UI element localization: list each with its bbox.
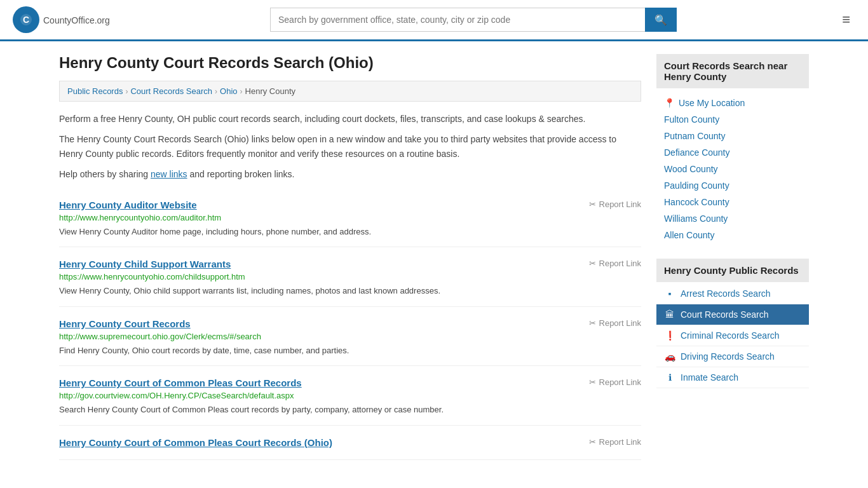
result-desc: View Henry County, Ohio child support wa…	[59, 285, 641, 297]
result-header: Henry County Court of Common Pleas Court…	[59, 437, 641, 448]
report-link[interactable]: ✂ Report Link	[589, 377, 641, 387]
sidebar-nearby-paulding[interactable]: Paulding County	[664, 177, 801, 194]
sidebar-nearby-fulton[interactable]: Fulton County	[664, 111, 801, 128]
report-link[interactable]: ✂ Report Link	[589, 318, 641, 328]
result-title: Henry County Auditor Website	[59, 200, 197, 210]
sidebar-link-driving-records[interactable]: 🚗 Driving Records Search	[656, 346, 809, 367]
result-header: Henry County Court of Common Pleas Court…	[59, 377, 641, 388]
result-header: Henry County Child Support Warrants ✂ Re…	[59, 259, 641, 269]
result-link[interactable]: Henry County Child Support Warrants	[59, 259, 231, 269]
result-title: Henry County Court of Common Pleas Court…	[59, 377, 302, 388]
result-title: Henry County Court Records	[59, 318, 191, 329]
result-item: Henry County Child Support Warrants ✂ Re…	[59, 247, 641, 307]
inmate-icon: ℹ	[664, 372, 675, 383]
result-title: Henry County Court of Common Pleas Court…	[59, 437, 332, 448]
breadcrumb: Public Records › Court Records Search › …	[59, 81, 641, 102]
breadcrumb-item-public-records[interactable]: Public Records	[67, 86, 123, 96]
pin-icon: 📍	[664, 98, 675, 108]
svg-text:C: C	[23, 15, 29, 25]
result-url: http://www.supremecourt.ohio.gov/Clerk/e…	[59, 332, 641, 341]
sidebar: Court Records Search near Henry County 📍…	[656, 54, 809, 460]
result-desc: Find Henry County, Ohio court records by…	[59, 344, 641, 357]
result-title: Henry County Child Support Warrants	[59, 259, 231, 269]
search-input[interactable]	[270, 8, 645, 32]
site-header: C CountyOffice.org 🔍 ≡	[0, 0, 868, 41]
report-link[interactable]: ✂ Report Link	[589, 437, 641, 447]
results-list: Henry County Auditor Website ✂ Report Li…	[59, 188, 641, 460]
report-icon: ✂	[589, 377, 596, 387]
result-item: Henry County Court of Common Pleas Court…	[59, 366, 641, 426]
result-desc: Search Henry County Court of Common Plea…	[59, 403, 641, 416]
use-my-location[interactable]: 📍 Use My Location	[664, 95, 801, 111]
search-icon: 🔍	[654, 14, 667, 26]
sidebar-nearby-defiance[interactable]: Defiance County	[664, 144, 801, 161]
search-area: 🔍	[270, 8, 677, 32]
result-url: https://www.henrycountyohio.com/childsup…	[59, 272, 641, 281]
result-item: Henry County Court of Common Pleas Court…	[59, 426, 641, 460]
description-2: The Henry County Court Records Search (O…	[59, 132, 641, 161]
breadcrumb-sep-2: ›	[215, 87, 217, 96]
menu-button[interactable]: ≡	[837, 9, 855, 30]
sidebar-nearby-williams[interactable]: Williams County	[664, 210, 801, 227]
report-icon: ✂	[589, 200, 596, 209]
arrest-icon: ▪	[664, 288, 675, 299]
result-link[interactable]: Henry County Court of Common Pleas Court…	[59, 377, 302, 388]
breadcrumb-item-court-records-search[interactable]: Court Records Search	[130, 86, 212, 96]
logo-icon: C	[13, 6, 39, 33]
main-content: Henry County Court Records Search (Ohio)…	[59, 54, 641, 460]
sidebar-nearby-hancock[interactable]: Hancock County	[664, 194, 801, 210]
report-link[interactable]: ✂ Report Link	[589, 200, 641, 209]
public-records-links: ▪ Arrest Records Search 🏛 Court Records …	[656, 283, 809, 388]
result-link[interactable]: Henry County Court of Common Pleas Court…	[59, 437, 332, 448]
breadcrumb-sep-3: ›	[240, 87, 243, 96]
search-button[interactable]: 🔍	[645, 8, 677, 32]
sidebar-nearby-allen[interactable]: Allen County	[664, 227, 801, 243]
description-3: Help others by sharing new links and rep…	[59, 167, 641, 181]
sidebar-link-inmate-search[interactable]: ℹ Inmate Search	[656, 367, 809, 388]
criminal-icon: ❗	[664, 330, 675, 341]
sidebar-nearby-putnam[interactable]: Putnam County	[664, 128, 801, 144]
sidebar-link-court-records[interactable]: 🏛 Court Records Search	[656, 304, 809, 325]
result-link[interactable]: Henry County Auditor Website	[59, 200, 197, 210]
page-container: Henry County Court Records Search (Ohio)…	[46, 41, 822, 473]
sidebar-nearby-wood[interactable]: Wood County	[664, 161, 801, 177]
result-item: Henry County Auditor Website ✂ Report Li…	[59, 188, 641, 248]
sidebar-link-arrest-records[interactable]: ▪ Arrest Records Search	[656, 283, 809, 304]
breadcrumb-item-henry-county: Henry County	[245, 86, 295, 96]
result-url: http://gov.courtview.com/OH.Henry.CP/Cas…	[59, 391, 641, 400]
logo[interactable]: C CountyOffice.org	[13, 6, 110, 33]
sidebar-link-criminal-records[interactable]: ❗ Criminal Records Search	[656, 325, 809, 346]
report-link[interactable]: ✂ Report Link	[589, 259, 641, 268]
public-records-title: Henry County Public Records	[656, 259, 809, 282]
result-header: Henry County Court Records ✂ Report Link	[59, 318, 641, 329]
page-title: Henry County Court Records Search (Ohio)	[59, 54, 641, 72]
result-item: Henry County Court Records ✂ Report Link…	[59, 307, 641, 367]
public-records-section: Henry County Public Records ▪ Arrest Rec…	[656, 259, 809, 388]
court-icon: 🏛	[664, 309, 675, 320]
result-link[interactable]: Henry County Court Records	[59, 318, 191, 329]
breadcrumb-item-ohio[interactable]: Ohio	[220, 86, 237, 96]
report-icon: ✂	[589, 259, 596, 268]
description-1: Perform a free Henry County, OH public c…	[59, 112, 641, 126]
result-header: Henry County Auditor Website ✂ Report Li…	[59, 200, 641, 210]
nearby-list: 📍 Use My Location Fulton County Putnam C…	[656, 90, 809, 248]
report-icon: ✂	[589, 318, 596, 328]
nearby-section: Court Records Search near Henry County 📍…	[656, 54, 809, 248]
breadcrumb-sep-1: ›	[125, 87, 128, 96]
menu-icon: ≡	[842, 11, 850, 27]
nearby-title: Court Records Search near Henry County	[656, 54, 809, 88]
new-links-link[interactable]: new links	[151, 169, 187, 179]
result-url: http://www.henrycountyohio.com/auditor.h…	[59, 213, 641, 222]
result-desc: View Henry County Auditor home page, inc…	[59, 226, 641, 238]
report-icon: ✂	[589, 437, 596, 447]
logo-text: CountyOffice.org	[43, 13, 110, 27]
driving-icon: 🚗	[664, 351, 675, 362]
